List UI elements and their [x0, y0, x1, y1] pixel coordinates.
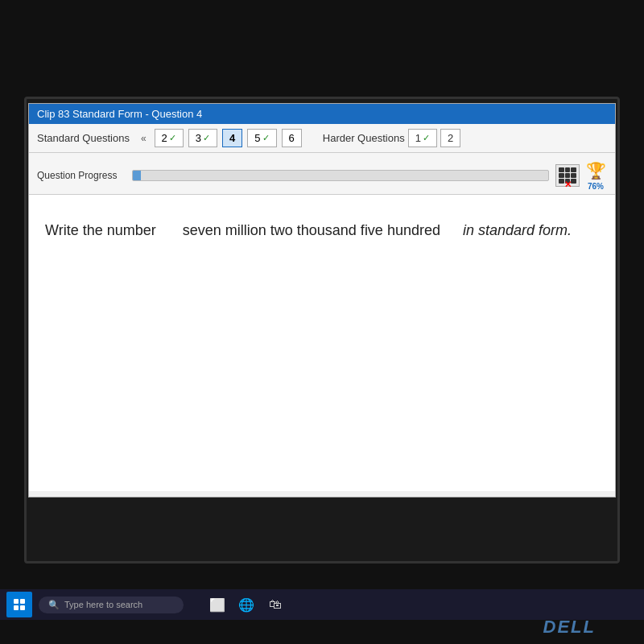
tab-question-3[interactable]: 3 ✓ — [188, 129, 217, 147]
tab-2-label: 2 — [162, 132, 167, 144]
progress-section: Question Progress ✕ 🏆 — [29, 153, 615, 195]
harder-questions-label: Harder Questions — [323, 132, 405, 144]
trophy-icon[interactable]: 🏆 — [584, 159, 607, 182]
harder-tab-1[interactable]: 1 ✓ — [408, 129, 437, 147]
taskbar-center: ⬜ 🌐 🛍 — [206, 593, 287, 616]
tab-5-label: 5 — [254, 132, 260, 144]
harder-tab-2[interactable]: 2 — [440, 129, 460, 147]
progress-label: Question Progress — [37, 170, 126, 181]
progress-bar-container — [132, 170, 549, 181]
question-content: Write the number seven million two thous… — [29, 195, 615, 491]
progress-icons: ✕ 🏆 76% — [555, 159, 607, 191]
start-button[interactable] — [6, 592, 32, 617]
store-icon[interactable]: 🛍 — [264, 593, 287, 616]
standard-questions-label: Standard Questions — [37, 132, 130, 144]
tab-question-6[interactable]: 6 — [282, 129, 302, 147]
harder-questions-section: Harder Questions 1 ✓ 2 — [323, 129, 460, 147]
calc-x-mark: ✕ — [564, 180, 572, 190]
toolbar: Standard Questions « 2 ✓ 3 ✓ 4 5 ✓ 6 Har… — [29, 124, 615, 153]
tab-5-check: ✓ — [262, 133, 270, 143]
in-standard-form-text: in standard form. — [463, 222, 572, 238]
trophy-wrapper: 🏆 76% — [584, 159, 607, 191]
harder-tab-1-label: 1 — [415, 132, 421, 144]
tab-3-label: 3 — [196, 132, 201, 144]
write-the-number-text: Write the number — [45, 222, 156, 238]
tab-question-5[interactable]: 5 ✓ — [247, 129, 276, 147]
search-placeholder-text: Type here to search — [64, 600, 142, 609]
trophy-percent: 76% — [588, 182, 604, 191]
nav-back-button[interactable]: « — [138, 131, 150, 146]
tab-2-check: ✓ — [169, 133, 176, 143]
dell-logo: DELL — [543, 617, 596, 638]
tab-question-2[interactable]: 2 ✓ — [155, 129, 184, 147]
tab-question-4[interactable]: 4 — [222, 129, 242, 147]
title-bar: Clip 83 Standard Form - Question 4 — [29, 104, 615, 124]
question-text: Write the number seven million two thous… — [45, 222, 572, 238]
progress-bar-fill — [133, 171, 141, 180]
browser-icon[interactable]: 🌐 — [235, 593, 258, 616]
tab-6-label: 6 — [289, 132, 295, 144]
window-title: Clip 83 Standard Form - Question 4 — [37, 108, 202, 120]
harder-tab-1-check: ✓ — [423, 133, 430, 143]
calculator-wrapper: ✕ — [555, 164, 580, 187]
search-icon: 🔍 — [48, 600, 60, 610]
taskview-icon[interactable]: ⬜ — [206, 593, 229, 616]
tab-4-label: 4 — [229, 132, 235, 144]
tab-3-check: ✓ — [203, 133, 210, 143]
number-phrase-text: seven million two thousand five hundred — [183, 222, 440, 238]
taskbar: 🔍 Type here to search ⬜ 🌐 🛍 — [0, 589, 644, 620]
harder-tab-2-label: 2 — [448, 132, 453, 144]
windows-icon — [14, 599, 25, 610]
search-bar[interactable]: 🔍 Type here to search — [39, 597, 184, 613]
